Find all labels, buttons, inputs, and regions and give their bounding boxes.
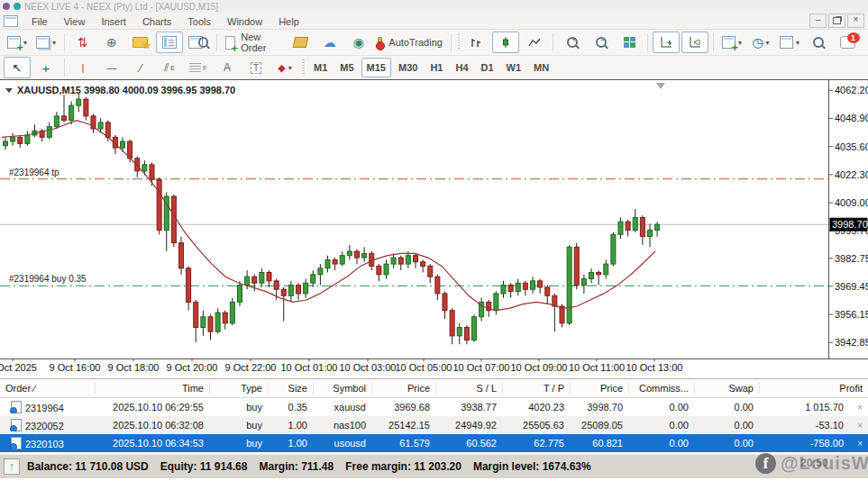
close-order-button[interactable]: ×: [849, 421, 868, 431]
trendline-button[interactable]: ∕: [127, 57, 154, 78]
cell-tp: 25505.63: [502, 420, 570, 431]
arrows-button[interactable]: ◆▾: [271, 57, 298, 78]
signals-button[interactable]: ◉: [345, 32, 372, 53]
timeframe-m5-button[interactable]: M5: [334, 58, 359, 77]
cursor-button[interactable]: ↖: [4, 57, 31, 78]
cell-type: buy: [209, 402, 268, 413]
order-row-2320103[interactable]: 23201032025.10.10 06:34:53buy1.00usousd6…: [0, 434, 868, 452]
timeframe-w1-button[interactable]: W1: [501, 58, 527, 77]
column-header-type[interactable]: Type: [209, 383, 268, 394]
chart-shift-icon: [689, 36, 702, 49]
cell-order: 2320052: [0, 419, 95, 431]
candle-body: [69, 105, 74, 120]
experts-button[interactable]: ☁: [316, 32, 343, 53]
menu-item-insert[interactable]: Insert: [93, 14, 134, 29]
chevron-down-icon[interactable]: [5, 88, 13, 93]
column-header-sl[interactable]: S / L: [435, 383, 502, 394]
zoom-in-button[interactable]: +: [558, 32, 585, 53]
periods-button[interactable]: ◷▾: [747, 32, 774, 53]
channel-button[interactable]: ⫽E: [156, 57, 183, 78]
profiles-button[interactable]: ▾: [32, 32, 59, 53]
cell-profit: -758.00: [759, 438, 849, 449]
new-order-button[interactable]: + New Order: [222, 32, 286, 53]
market-watch-button[interactable]: ⇅: [69, 32, 96, 53]
cell-commission: 0.00: [628, 402, 694, 413]
data-window-button[interactable]: ⊕: [98, 32, 125, 53]
cell-swap: 0.00: [694, 420, 759, 431]
autotrading-button[interactable]: AutoTrading: [374, 32, 446, 53]
new-chart-button[interactable]: +▾: [4, 32, 31, 53]
timeframe-h1-button[interactable]: H1: [425, 58, 448, 77]
timeframe-m1-button[interactable]: M1: [308, 58, 333, 77]
column-header-open_price[interactable]: Price: [371, 383, 435, 394]
close-order-button[interactable]: ×: [849, 439, 868, 449]
horizontal-line-button[interactable]: —: [98, 57, 125, 78]
autotrading-icon: [378, 37, 383, 49]
column-header-commission[interactable]: Commiss...: [628, 383, 694, 394]
text-button[interactable]: A: [214, 57, 241, 78]
column-header-order[interactable]: Order ∕: [0, 383, 95, 394]
menu-item-view[interactable]: View: [56, 14, 94, 29]
search-button[interactable]: [805, 32, 832, 53]
close-order-button[interactable]: ×: [849, 403, 868, 413]
candle-body: [391, 258, 396, 264]
metaeditor-button[interactable]: [288, 32, 315, 53]
column-header-symbol[interactable]: Symbol: [313, 383, 371, 394]
menu-item-window[interactable]: Window: [219, 14, 270, 29]
column-header-tp[interactable]: T / P: [502, 383, 570, 394]
auto-scroll-button[interactable]: [653, 32, 680, 53]
candle-body: [567, 247, 571, 322]
order-row-2319964[interactable]: 23199642025.10.10 06:29:55buy0.35xauusd3…: [0, 398, 868, 416]
zoom-out-button[interactable]: −: [587, 32, 614, 53]
timeframe-mn-button[interactable]: MN: [528, 58, 554, 77]
candle-body: [142, 165, 147, 171]
navigator-button[interactable]: [127, 32, 154, 53]
indicators-button[interactable]: +▾: [718, 32, 745, 53]
timeframe-h4-button[interactable]: H4: [450, 58, 473, 77]
menu-item-charts[interactable]: Charts: [134, 14, 179, 29]
candle-body: [574, 247, 579, 285]
timeframe-m30-button[interactable]: M30: [393, 58, 423, 77]
terminal-button[interactable]: [156, 32, 183, 53]
candlestick-button[interactable]: [492, 32, 519, 53]
bar-chart-button[interactable]: [463, 32, 490, 53]
minimize-button[interactable]: –: [809, 14, 827, 28]
close-button[interactable]: ×: [847, 14, 864, 28]
menu-item-file[interactable]: File: [23, 14, 56, 29]
column-header-swap[interactable]: Swap: [694, 383, 759, 394]
status-segment-2: Margin: 711.48: [259, 460, 333, 473]
crosshair-button[interactable]: +: [32, 57, 59, 78]
candle-body: [398, 258, 403, 264]
notifications-button[interactable]: 1: [834, 32, 861, 53]
candle-body: [633, 217, 637, 230]
price-chart[interactable]: #2319964 tp#2319964 buy 0.354062.204048.…: [0, 80, 868, 379]
text-label-button[interactable]: T: [242, 57, 270, 78]
strategy-tester-button[interactable]: [185, 32, 212, 53]
chart-area[interactable]: #2319964 tp#2319964 buy 0.354062.204048.…: [0, 79, 868, 378]
chart-shift-button[interactable]: [681, 32, 708, 53]
horizontal-line-icon: —: [107, 62, 117, 73]
crosshair-target-icon: ⊕: [106, 35, 117, 50]
tile-windows-button[interactable]: [616, 32, 643, 53]
menu-bar: FileViewInsertChartsToolsWindowHelp – ×: [0, 13, 868, 30]
fibonacci-button[interactable]: F: [185, 57, 212, 78]
cell-symbol: xauusd: [313, 402, 371, 413]
timeframe-m15-button[interactable]: M15: [361, 58, 391, 77]
templates-button[interactable]: ▾: [776, 32, 803, 53]
order-level-label: #2319964 buy 0.35: [9, 274, 87, 284]
cursor-icon: ↖: [13, 61, 23, 75]
menu-item-tools[interactable]: Tools: [179, 14, 219, 29]
column-header-time[interactable]: Time: [95, 383, 209, 394]
column-header-profit[interactable]: Profit: [759, 383, 868, 394]
menu-item-help[interactable]: Help: [270, 14, 307, 29]
column-header-price[interactable]: Price: [570, 383, 628, 394]
column-header-size[interactable]: Size: [268, 383, 313, 394]
vertical-line-button[interactable]: |: [69, 57, 96, 78]
restore-button[interactable]: [828, 14, 845, 28]
time-tick-label: 10 Oct 13:00: [626, 362, 683, 373]
candle-body: [260, 272, 264, 283]
timeframe-d1-button[interactable]: D1: [476, 58, 499, 77]
line-chart-button[interactable]: [521, 32, 548, 53]
order-row-2320052[interactable]: 23200522025.10.10 06:32:08buy1.00nas1002…: [0, 416, 868, 434]
candle-body: [421, 262, 425, 267]
